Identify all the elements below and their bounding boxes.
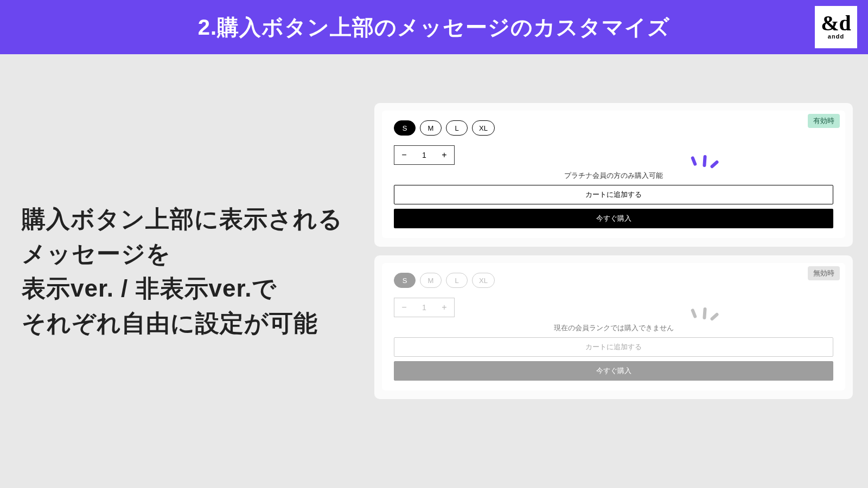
- size-option-xl[interactable]: XL: [472, 120, 495, 136]
- size-selector: S M L XL: [394, 120, 833, 136]
- quantity-increase-button[interactable]: +: [435, 298, 454, 317]
- product-panel-enabled: S M L XL − 1 + プラチナ会員の方のみ購入可能 カートに追加する: [382, 111, 845, 238]
- purchase-message: 現在の会員ランクでは購入できません: [554, 323, 674, 333]
- description-column: 購入ボタン上部に表示されるメッセージを表示ver. / 非表示ver.でそれぞれ…: [0, 54, 374, 488]
- logo-ampersand: &d: [821, 15, 851, 32]
- product-panel-disabled: S M L XL − 1 + 現在の会員ランクでは購入できません カートに追加す…: [382, 263, 845, 390]
- purchase-message-row: 現在の会員ランクでは購入できません: [394, 323, 833, 333]
- size-option-xl[interactable]: XL: [472, 273, 495, 288]
- buy-now-button[interactable]: 今すぐ購入: [394, 209, 833, 228]
- example-card-disabled: 無効時 S M L XL − 1 + 現在の会員ランクでは購入でき: [374, 255, 853, 399]
- size-selector: S M L XL: [394, 273, 833, 288]
- quantity-increase-button[interactable]: +: [435, 146, 454, 164]
- emphasis-burst-icon: [689, 307, 719, 327]
- logo-subtext: andd: [828, 33, 844, 40]
- emphasis-burst-icon: [689, 155, 719, 175]
- size-option-l[interactable]: L: [446, 273, 468, 288]
- status-badge-disabled: 無効時: [808, 266, 840, 280]
- quantity-stepper: − 1 +: [394, 145, 455, 165]
- brand-logo: &d andd: [815, 6, 857, 48]
- status-badge-enabled: 有効時: [808, 114, 840, 128]
- quantity-decrease-button[interactable]: −: [394, 298, 414, 317]
- add-to-cart-button[interactable]: カートに追加する: [394, 337, 833, 357]
- quantity-stepper: − 1 +: [394, 298, 455, 317]
- size-option-l[interactable]: L: [446, 120, 468, 136]
- quantity-value: 1: [414, 298, 435, 317]
- size-option-s[interactable]: S: [394, 120, 416, 136]
- example-card-enabled: 有効時 S M L XL − 1 + プラチナ会員の方のみ購入可能: [374, 103, 853, 247]
- size-option-m[interactable]: M: [420, 120, 442, 136]
- add-to-cart-button[interactable]: カートに追加する: [394, 185, 833, 204]
- content-area: 購入ボタン上部に表示されるメッセージを表示ver. / 非表示ver.でそれぞれ…: [0, 54, 868, 488]
- size-option-m[interactable]: M: [420, 273, 442, 288]
- size-option-s[interactable]: S: [394, 273, 416, 288]
- description-text: 購入ボタン上部に表示されるメッセージを表示ver. / 非表示ver.でそれぞれ…: [22, 202, 353, 340]
- examples-column: 有効時 S M L XL − 1 + プラチナ会員の方のみ購入可能: [374, 54, 868, 488]
- buy-now-button[interactable]: 今すぐ購入: [394, 361, 833, 381]
- quantity-value: 1: [414, 146, 435, 164]
- page-header: 2.購入ボタン上部のメッセージのカスタマイズ &d andd: [0, 0, 868, 54]
- purchase-message: プラチナ会員の方のみ購入可能: [564, 171, 663, 181]
- purchase-message-row: プラチナ会員の方のみ購入可能: [394, 170, 833, 181]
- page-title: 2.購入ボタン上部のメッセージのカスタマイズ: [198, 12, 670, 42]
- quantity-decrease-button[interactable]: −: [394, 146, 414, 164]
